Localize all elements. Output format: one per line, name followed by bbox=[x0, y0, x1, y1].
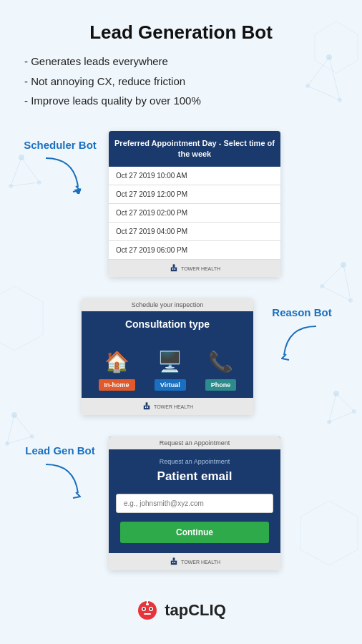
svg-point-54 bbox=[147, 600, 149, 602]
svg-rect-40 bbox=[145, 406, 146, 408]
patient-email-title: Patient email bbox=[157, 469, 233, 483]
svg-rect-41 bbox=[147, 406, 148, 408]
reason-section: Reason Bot Schedule your inspection Cons… bbox=[17, 298, 345, 415]
leadgen-label-area: Lead Gen Bot bbox=[17, 436, 103, 500]
leadgen-bot-card: Request an Appointment Request an Appoin… bbox=[109, 436, 280, 570]
footer: tapCLIQ bbox=[17, 585, 345, 639]
tower-health-logo-2: TOWER HEALTH bbox=[142, 401, 193, 411]
consultation-bot-card: Schedule your inspection Consultation ty… bbox=[82, 298, 253, 415]
svg-rect-52 bbox=[146, 603, 149, 605]
svg-rect-38 bbox=[146, 403, 148, 406]
scheduler-card-header: Preferred Appointment Day - Select time … bbox=[109, 131, 280, 167]
svg-rect-35 bbox=[171, 268, 177, 272]
tower-health-icon bbox=[169, 263, 179, 273]
time-slot-1[interactable]: Oct 27 2019 10:00 AM bbox=[109, 167, 280, 185]
svg-rect-44 bbox=[172, 562, 173, 563]
time-slot-5[interactable]: Oct 27 2019 06:00 PM bbox=[109, 241, 280, 260]
tower-health-logo-3: TOWER HEALTH bbox=[169, 557, 220, 567]
virtual-option[interactable]: 🖥️ Virtual bbox=[155, 350, 186, 391]
continue-button[interactable]: Continue bbox=[120, 522, 269, 543]
bullet-3: - Improve leads quality by over 100% bbox=[24, 93, 345, 109]
reason-bot-label: Reason Bot bbox=[263, 306, 341, 320]
scheduler-arrow bbox=[31, 155, 89, 194]
feature-list: - Generates leads everywhere - Not annoy… bbox=[17, 54, 345, 109]
reason-arrow bbox=[273, 323, 331, 362]
tapcliq-brand: tapCLIQ bbox=[165, 601, 226, 620]
svg-point-49 bbox=[143, 608, 145, 610]
leadgen-top-label: Request an Appointment bbox=[109, 436, 280, 449]
home-icon: 🏠 bbox=[104, 350, 129, 374]
reason-label-area: Reason Bot bbox=[259, 298, 345, 362]
phone-icon: 📞 bbox=[208, 350, 233, 374]
scheduler-bot-card: Preferred Appointment Day - Select time … bbox=[109, 131, 280, 278]
tower-health-icon-2 bbox=[142, 401, 152, 411]
bullet-2: - Not annoying CX, reduce friction bbox=[24, 74, 345, 90]
tower-health-icon-3 bbox=[169, 557, 179, 567]
svg-rect-34 bbox=[173, 265, 175, 268]
inhome-label: In-home bbox=[99, 379, 135, 391]
svg-rect-42 bbox=[173, 558, 175, 561]
bullet-1: - Generates leads everywhere bbox=[24, 54, 345, 70]
scheduler-section: Scheduler Bot Preferred Appointment Day … bbox=[17, 131, 345, 278]
svg-rect-37 bbox=[175, 268, 175, 270]
virtual-label: Virtual bbox=[155, 379, 186, 391]
tapcliq-icon bbox=[136, 599, 159, 622]
consultation-top-label: Schedule your inspection bbox=[82, 298, 253, 311]
svg-rect-36 bbox=[172, 268, 173, 270]
time-slot-4[interactable]: Oct 27 2019 04:00 PM bbox=[109, 223, 280, 241]
consultation-icons-row: 🏠 In-home 🖥️ Virtual 📞 Phone bbox=[82, 337, 253, 398]
phone-option[interactable]: 📞 Phone bbox=[205, 350, 237, 391]
svg-rect-43 bbox=[171, 561, 177, 565]
svg-point-50 bbox=[150, 608, 152, 610]
time-slot-2[interactable]: Oct 27 2019 12:00 PM bbox=[109, 185, 280, 204]
leadgen-section: Lead Gen Bot Request an Appointment Requ… bbox=[17, 436, 345, 570]
svg-rect-45 bbox=[175, 562, 175, 563]
page-title: Lead Generation Bot bbox=[17, 21, 345, 44]
patient-email-sublabel: Request an Appointment bbox=[160, 458, 230, 465]
tower-health-logo: TOWER HEALTH bbox=[169, 263, 220, 273]
svg-rect-51 bbox=[144, 613, 151, 615]
leadgen-card-footer: TOWER HEALTH bbox=[109, 553, 280, 570]
email-input[interactable] bbox=[116, 494, 273, 513]
svg-rect-39 bbox=[144, 406, 150, 410]
leadgen-bot-label: Lead Gen Bot bbox=[21, 444, 99, 458]
consultation-card-header: Consultation type bbox=[82, 311, 253, 337]
virtual-icon: 🖥️ bbox=[157, 350, 182, 374]
scheduler-label-area: Scheduler Bot bbox=[17, 131, 103, 195]
scheduler-card-footer: TOWER HEALTH bbox=[109, 260, 280, 277]
consultation-card-footer: TOWER HEALTH bbox=[82, 398, 253, 415]
phone-label: Phone bbox=[205, 379, 237, 391]
time-slot-3[interactable]: Oct 27 2019 02:00 PM bbox=[109, 204, 280, 223]
inhome-option[interactable]: 🏠 In-home bbox=[99, 350, 135, 391]
leadgen-arrow bbox=[31, 461, 89, 500]
scheduler-bot-label: Scheduler Bot bbox=[21, 138, 99, 152]
